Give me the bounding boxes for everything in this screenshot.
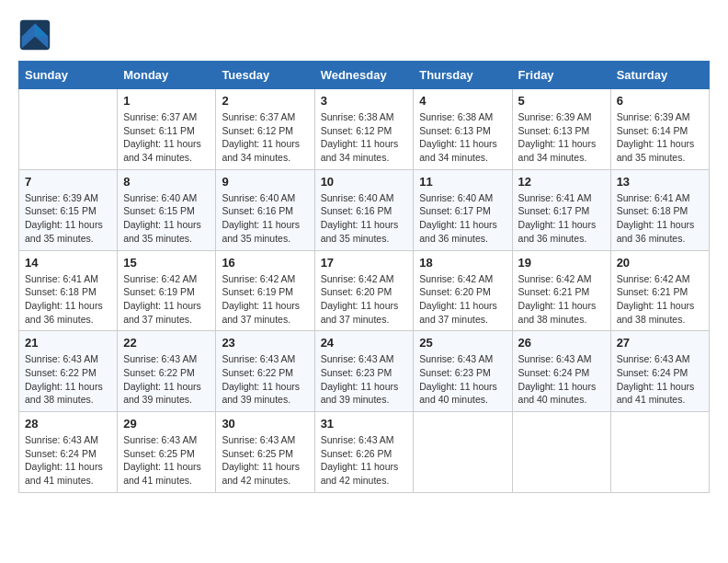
day-number: 8 bbox=[123, 175, 210, 189]
calendar-cell: 13Sunrise: 6:41 AM Sunset: 6:18 PM Dayli… bbox=[610, 169, 709, 250]
day-info: Sunrise: 6:38 AM Sunset: 6:13 PM Dayligh… bbox=[419, 110, 506, 165]
day-info: Sunrise: 6:42 AM Sunset: 6:20 PM Dayligh… bbox=[321, 272, 408, 327]
day-header-tuesday: Tuesday bbox=[216, 62, 314, 89]
day-info: Sunrise: 6:39 AM Sunset: 6:14 PM Dayligh… bbox=[617, 110, 703, 165]
day-info: Sunrise: 6:43 AM Sunset: 6:24 PM Dayligh… bbox=[518, 352, 605, 407]
day-number: 20 bbox=[617, 256, 703, 270]
day-info: Sunrise: 6:41 AM Sunset: 6:18 PM Dayligh… bbox=[25, 272, 111, 327]
calendar-cell: 23Sunrise: 6:43 AM Sunset: 6:22 PM Dayli… bbox=[216, 331, 314, 412]
day-number: 29 bbox=[123, 417, 210, 431]
day-info: Sunrise: 6:42 AM Sunset: 6:21 PM Dayligh… bbox=[617, 272, 703, 327]
day-number: 4 bbox=[419, 94, 506, 108]
calendar-cell: 16Sunrise: 6:42 AM Sunset: 6:19 PM Dayli… bbox=[216, 250, 314, 331]
calendar-cell: 24Sunrise: 6:43 AM Sunset: 6:23 PM Dayli… bbox=[314, 331, 414, 412]
calendar-cell: 10Sunrise: 6:40 AM Sunset: 6:16 PM Dayli… bbox=[314, 169, 414, 250]
day-info: Sunrise: 6:43 AM Sunset: 6:23 PM Dayligh… bbox=[419, 352, 506, 407]
day-info: Sunrise: 6:39 AM Sunset: 6:13 PM Dayligh… bbox=[518, 110, 605, 165]
day-info: Sunrise: 6:40 AM Sunset: 6:17 PM Dayligh… bbox=[419, 191, 506, 246]
day-info: Sunrise: 6:43 AM Sunset: 6:24 PM Dayligh… bbox=[617, 352, 703, 407]
calendar-cell: 8Sunrise: 6:40 AM Sunset: 6:15 PM Daylig… bbox=[118, 169, 216, 250]
day-number: 14 bbox=[25, 256, 111, 270]
day-header-saturday: Saturday bbox=[610, 62, 709, 89]
calendar-cell: 22Sunrise: 6:43 AM Sunset: 6:22 PM Dayli… bbox=[118, 331, 216, 412]
calendar-week-row: 1Sunrise: 6:37 AM Sunset: 6:11 PM Daylig… bbox=[19, 89, 710, 170]
day-number: 21 bbox=[25, 336, 111, 350]
day-info: Sunrise: 6:43 AM Sunset: 6:22 PM Dayligh… bbox=[123, 352, 210, 407]
day-header-sunday: Sunday bbox=[19, 62, 118, 89]
day-info: Sunrise: 6:40 AM Sunset: 6:15 PM Dayligh… bbox=[123, 191, 210, 246]
day-info: Sunrise: 6:43 AM Sunset: 6:25 PM Dayligh… bbox=[222, 433, 308, 488]
calendar-cell: 1Sunrise: 6:37 AM Sunset: 6:11 PM Daylig… bbox=[118, 89, 216, 170]
day-number: 27 bbox=[617, 336, 703, 350]
calendar-table: SundayMondayTuesdayWednesdayThursdayFrid… bbox=[18, 61, 710, 493]
day-number: 11 bbox=[419, 175, 506, 189]
calendar-cell: 26Sunrise: 6:43 AM Sunset: 6:24 PM Dayli… bbox=[512, 331, 610, 412]
day-number: 6 bbox=[617, 94, 703, 108]
calendar-week-row: 21Sunrise: 6:43 AM Sunset: 6:22 PM Dayli… bbox=[19, 331, 710, 412]
logo bbox=[18, 18, 57, 52]
day-info: Sunrise: 6:37 AM Sunset: 6:12 PM Dayligh… bbox=[222, 110, 308, 165]
day-number: 22 bbox=[123, 336, 210, 350]
day-info: Sunrise: 6:40 AM Sunset: 6:16 PM Dayligh… bbox=[321, 191, 408, 246]
calendar-header-row: SundayMondayTuesdayWednesdayThursdayFrid… bbox=[19, 62, 710, 89]
day-number: 24 bbox=[321, 336, 408, 350]
day-number: 19 bbox=[518, 256, 605, 270]
day-number: 9 bbox=[222, 175, 308, 189]
calendar-cell: 28Sunrise: 6:43 AM Sunset: 6:24 PM Dayli… bbox=[19, 412, 118, 493]
calendar-cell bbox=[19, 89, 118, 170]
calendar-cell: 6Sunrise: 6:39 AM Sunset: 6:14 PM Daylig… bbox=[610, 89, 709, 170]
day-header-friday: Friday bbox=[512, 62, 610, 89]
calendar-week-row: 14Sunrise: 6:41 AM Sunset: 6:18 PM Dayli… bbox=[19, 250, 710, 331]
calendar-week-row: 7Sunrise: 6:39 AM Sunset: 6:15 PM Daylig… bbox=[19, 169, 710, 250]
calendar-cell: 3Sunrise: 6:38 AM Sunset: 6:12 PM Daylig… bbox=[314, 89, 414, 170]
day-info: Sunrise: 6:42 AM Sunset: 6:19 PM Dayligh… bbox=[222, 272, 308, 327]
day-number: 18 bbox=[419, 256, 506, 270]
calendar-week-row: 28Sunrise: 6:43 AM Sunset: 6:24 PM Dayli… bbox=[19, 412, 710, 493]
day-number: 2 bbox=[222, 94, 308, 108]
calendar-cell: 25Sunrise: 6:43 AM Sunset: 6:23 PM Dayli… bbox=[414, 331, 512, 412]
day-info: Sunrise: 6:37 AM Sunset: 6:11 PM Dayligh… bbox=[123, 110, 210, 165]
calendar-cell: 11Sunrise: 6:40 AM Sunset: 6:17 PM Dayli… bbox=[414, 169, 512, 250]
calendar-cell: 21Sunrise: 6:43 AM Sunset: 6:22 PM Dayli… bbox=[19, 331, 118, 412]
day-number: 16 bbox=[222, 256, 308, 270]
day-number: 23 bbox=[222, 336, 308, 350]
day-number: 31 bbox=[321, 417, 408, 431]
day-number: 7 bbox=[25, 175, 111, 189]
calendar-cell: 27Sunrise: 6:43 AM Sunset: 6:24 PM Dayli… bbox=[610, 331, 709, 412]
day-info: Sunrise: 6:43 AM Sunset: 6:22 PM Dayligh… bbox=[222, 352, 308, 407]
calendar-cell: 19Sunrise: 6:42 AM Sunset: 6:21 PM Dayli… bbox=[512, 250, 610, 331]
day-info: Sunrise: 6:42 AM Sunset: 6:21 PM Dayligh… bbox=[518, 272, 605, 327]
calendar-cell: 18Sunrise: 6:42 AM Sunset: 6:20 PM Dayli… bbox=[414, 250, 512, 331]
day-number: 28 bbox=[25, 417, 111, 431]
calendar-cell: 15Sunrise: 6:42 AM Sunset: 6:19 PM Dayli… bbox=[118, 250, 216, 331]
day-info: Sunrise: 6:43 AM Sunset: 6:26 PM Dayligh… bbox=[321, 433, 408, 488]
calendar-cell: 5Sunrise: 6:39 AM Sunset: 6:13 PM Daylig… bbox=[512, 89, 610, 170]
day-number: 10 bbox=[321, 175, 408, 189]
day-number: 25 bbox=[419, 336, 506, 350]
calendar-cell: 4Sunrise: 6:38 AM Sunset: 6:13 PM Daylig… bbox=[414, 89, 512, 170]
day-number: 13 bbox=[617, 175, 703, 189]
calendar-cell: 9Sunrise: 6:40 AM Sunset: 6:16 PM Daylig… bbox=[216, 169, 314, 250]
day-number: 26 bbox=[518, 336, 605, 350]
day-info: Sunrise: 6:43 AM Sunset: 6:23 PM Dayligh… bbox=[321, 352, 408, 407]
day-header-wednesday: Wednesday bbox=[314, 62, 414, 89]
day-info: Sunrise: 6:43 AM Sunset: 6:25 PM Dayligh… bbox=[123, 433, 210, 488]
day-info: Sunrise: 6:42 AM Sunset: 6:19 PM Dayligh… bbox=[123, 272, 210, 327]
calendar-cell bbox=[512, 412, 610, 493]
day-info: Sunrise: 6:43 AM Sunset: 6:22 PM Dayligh… bbox=[25, 352, 111, 407]
day-info: Sunrise: 6:40 AM Sunset: 6:16 PM Dayligh… bbox=[222, 191, 308, 246]
calendar-cell: 12Sunrise: 6:41 AM Sunset: 6:17 PM Dayli… bbox=[512, 169, 610, 250]
calendar-cell: 14Sunrise: 6:41 AM Sunset: 6:18 PM Dayli… bbox=[19, 250, 118, 331]
day-info: Sunrise: 6:39 AM Sunset: 6:15 PM Dayligh… bbox=[25, 191, 111, 246]
calendar-cell: 31Sunrise: 6:43 AM Sunset: 6:26 PM Dayli… bbox=[314, 412, 414, 493]
logo-icon bbox=[18, 18, 51, 52]
day-number: 12 bbox=[518, 175, 605, 189]
day-number: 5 bbox=[518, 94, 605, 108]
page-header bbox=[18, 18, 710, 52]
calendar-cell: 29Sunrise: 6:43 AM Sunset: 6:25 PM Dayli… bbox=[118, 412, 216, 493]
calendar-cell: 20Sunrise: 6:42 AM Sunset: 6:21 PM Dayli… bbox=[610, 250, 709, 331]
day-number: 17 bbox=[321, 256, 408, 270]
day-info: Sunrise: 6:41 AM Sunset: 6:18 PM Dayligh… bbox=[617, 191, 703, 246]
calendar-cell: 30Sunrise: 6:43 AM Sunset: 6:25 PM Dayli… bbox=[216, 412, 314, 493]
day-info: Sunrise: 6:43 AM Sunset: 6:24 PM Dayligh… bbox=[25, 433, 111, 488]
